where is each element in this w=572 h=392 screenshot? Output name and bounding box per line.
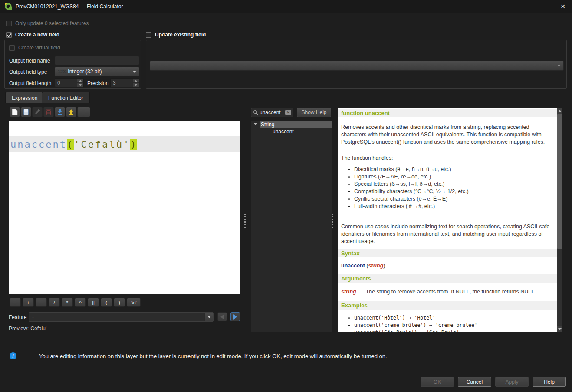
ok-button[interactable]: OK xyxy=(421,377,454,387)
only-update-checkbox-box[interactable] xyxy=(6,21,12,26)
apply-button[interactable]: Apply xyxy=(495,377,529,387)
expression-close-paren: ) xyxy=(130,139,137,150)
precision-input[interactable] xyxy=(111,80,132,86)
splitter-handle[interactable] xyxy=(244,214,246,229)
preview-value: 'Cefalu' xyxy=(30,326,46,332)
output-field-type-dropdown[interactable]: 123 Integer (32 bit) xyxy=(55,67,139,76)
create-virtual-field-checkbox[interactable]: Create virtual field xyxy=(9,45,60,51)
help-button[interactable]: Help xyxy=(533,377,566,387)
operator-multiply-button[interactable]: * xyxy=(62,298,73,307)
comment-button[interactable]: -- xyxy=(77,107,90,117)
output-field-length-spinner[interactable] xyxy=(55,78,84,87)
close-icon[interactable]: ✕ xyxy=(559,3,567,10)
operator-equals-button[interactable]: = xyxy=(10,298,21,307)
spin-up-icon[interactable] xyxy=(77,79,83,83)
update-existing-field-checkbox-box[interactable] xyxy=(146,32,151,38)
output-field-length-input[interactable] xyxy=(55,80,77,86)
arrow-left-icon xyxy=(220,314,224,320)
existing-field-groupbox xyxy=(146,40,567,89)
function-search-box[interactable]: ✕ xyxy=(251,108,293,117)
operator-close-paren-button[interactable]: ) xyxy=(114,298,125,307)
help-syntax-header: Syntax xyxy=(338,249,557,257)
tree-item-unaccent[interactable]: unaccent xyxy=(251,128,332,135)
show-help-button[interactable]: Show Help xyxy=(297,108,331,117)
operator-newline-button[interactable]: '\n' xyxy=(127,298,141,307)
export-expression-button[interactable] xyxy=(66,107,76,117)
help-example: unaccent('crème brûlée') → 'creme brulee… xyxy=(354,322,549,329)
arrow-up-icon xyxy=(68,109,74,115)
spinner-buttons[interactable] xyxy=(77,79,83,87)
create-virtual-field-label: Create virtual field xyxy=(18,45,60,51)
tab-function-editor[interactable]: Function Editor xyxy=(42,92,90,103)
output-field-name-label: Output field name xyxy=(9,58,50,64)
expression-string: 'Cefalù' xyxy=(74,139,130,150)
precision-label: Precision xyxy=(87,80,108,86)
next-feature-button[interactable] xyxy=(230,312,240,321)
import-expression-button[interactable] xyxy=(55,107,65,117)
operator-power-button[interactable]: ^ xyxy=(75,298,86,307)
edit-expression-button[interactable] xyxy=(32,107,43,117)
operator-plus-button[interactable]: + xyxy=(23,298,34,307)
operator-minus-button[interactable]: - xyxy=(36,298,47,307)
update-existing-field-checkbox[interactable]: Update existing field xyxy=(146,32,206,38)
help-arguments-header: Arguments xyxy=(338,274,557,283)
tab-expression[interactable]: Expression xyxy=(5,92,44,103)
delete-expression-button[interactable] xyxy=(43,107,54,117)
function-search-input[interactable] xyxy=(260,109,284,115)
new-file-icon xyxy=(12,109,18,115)
feature-combobox[interactable]: - xyxy=(29,312,214,322)
tab-function-editor-label: Function Editor xyxy=(48,95,83,101)
previous-feature-button[interactable] xyxy=(217,312,227,321)
save-expression-button[interactable] xyxy=(21,107,31,117)
scroll-up-icon[interactable] xyxy=(557,108,562,114)
number-type-icon: 123 xyxy=(58,69,66,74)
output-field-name-input[interactable] xyxy=(55,56,139,65)
help-bullet: Cyrillic special characters (ë→e, Ë→E) xyxy=(354,195,549,203)
expander-down-icon[interactable] xyxy=(254,123,257,125)
preview-label: Preview: xyxy=(9,326,29,332)
help-syntax-line: unaccent (string) xyxy=(341,262,550,270)
feature-label: Feature xyxy=(9,314,26,320)
splitter-handle[interactable] xyxy=(332,214,333,229)
help-title: function unaccent xyxy=(338,109,557,117)
help-scrollbar[interactable] xyxy=(557,108,562,332)
expression-code-line[interactable]: unaccent('Cefalù') xyxy=(9,136,240,152)
clear-search-icon[interactable]: ✕ xyxy=(285,110,291,115)
output-field-length-label: Output field length xyxy=(9,80,51,86)
spin-down-icon[interactable] xyxy=(77,83,83,87)
spinner-buttons[interactable] xyxy=(132,79,139,87)
create-new-field-label: Create a new field xyxy=(15,32,59,38)
help-bullet: Compatibility characters (°C→°C, ½→ 1/2,… xyxy=(354,188,549,195)
help-paragraph: The function handles: xyxy=(341,155,550,162)
pencil-icon xyxy=(34,109,40,115)
existing-field-dropdown[interactable] xyxy=(150,61,564,71)
operator-concat-button[interactable]: || xyxy=(88,298,99,307)
precision-spinner[interactable] xyxy=(110,78,139,87)
create-new-field-checkbox-box[interactable] xyxy=(6,32,12,38)
operator-divide-button[interactable]: / xyxy=(49,298,60,307)
cancel-button[interactable]: Cancel xyxy=(458,377,491,387)
tree-group-string[interactable]: String xyxy=(251,121,332,128)
chevron-down-icon xyxy=(207,316,211,318)
help-paragraph: Removes accents and other diacritical ma… xyxy=(341,124,550,146)
titlebar: ProvCM01012021_WGS84 — Field Calculator … xyxy=(0,0,572,13)
update-existing-field-label: Update existing field xyxy=(155,32,206,38)
help-bullet-list: Diacritical marks (é→e, ñ→n, ü→u, etc.) … xyxy=(354,166,549,210)
expression-editor[interactable]: unaccent('Cefalù') xyxy=(9,121,240,294)
scroll-down-icon[interactable] xyxy=(557,326,562,332)
feature-value: - xyxy=(29,314,204,320)
spin-down-icon[interactable] xyxy=(132,83,139,87)
feature-dropdown-button[interactable] xyxy=(204,313,213,321)
new-expression-button[interactable] xyxy=(10,107,20,117)
qgis-logo-icon xyxy=(4,3,12,10)
scrollbar-thumb[interactable] xyxy=(557,114,562,249)
only-update-checkbox[interactable]: Only update 0 selected features xyxy=(6,20,89,26)
create-virtual-field-checkbox-box[interactable] xyxy=(9,45,15,51)
create-new-field-checkbox[interactable]: Create a new field xyxy=(6,32,59,38)
spin-up-icon[interactable] xyxy=(132,79,139,83)
arrow-down-icon xyxy=(57,109,63,115)
tab-expression-label: Expression xyxy=(12,95,37,101)
tree-item-label: unaccent xyxy=(273,128,294,135)
operator-open-paren-button[interactable]: ( xyxy=(101,298,112,307)
help-examples-header: Examples xyxy=(338,301,557,310)
